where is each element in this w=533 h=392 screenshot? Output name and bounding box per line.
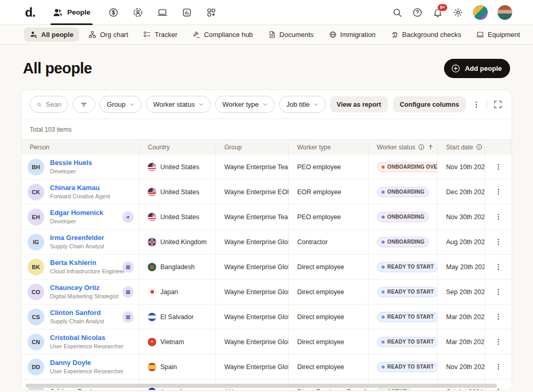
kebab-icon	[472, 100, 480, 109]
org-avatar[interactable]	[473, 5, 488, 20]
person-name-link[interactable]: Adriana Costa	[50, 388, 96, 390]
person-name-link[interactable]: Danny Doyle	[50, 359, 123, 367]
settings-gear-icon[interactable]	[453, 7, 463, 18]
subnav-item-coworking[interactable]: Cowo	[529, 28, 533, 42]
row-kebab-menu-button[interactable]	[492, 311, 504, 323]
table-row[interactable]: CK Chinara Kamau Forward Creative Agent …	[21, 180, 512, 205]
column-header-worker-type[interactable]: Worker type	[288, 140, 368, 155]
group-name: Wayne Enterprise Global	[224, 338, 288, 346]
row-kebab-menu-button[interactable]	[492, 211, 504, 223]
row-kebab-menu-button[interactable]	[492, 186, 504, 198]
start-date: Mar 20th 2024	[446, 338, 485, 346]
worker-type-cell: PEO employee	[288, 155, 368, 179]
add-people-button[interactable]: Add people	[444, 59, 510, 78]
plus-circle-icon	[451, 64, 461, 73]
row-kebab-menu-button[interactable]	[492, 236, 504, 248]
worker-type: EOR employee	[297, 188, 341, 196]
person-name-link[interactable]: Bessie Huels	[50, 159, 92, 167]
person-info: Clinton Sanford Supply Chain Analyst	[50, 309, 104, 325]
column-header-label: Start date	[446, 144, 473, 151]
status-dot	[382, 315, 385, 319]
toolbar-right: View as report Configure columns	[330, 96, 503, 112]
worker-type: Direct Employee Payroll	[297, 388, 366, 391]
table-row[interactable]: CO Chauncey Ortiz Digital Marketing Stra…	[21, 280, 512, 305]
table-row[interactable]: IG Irma Greenfelder Supply Chain Analyst…	[21, 230, 512, 255]
search-icon[interactable]	[392, 7, 402, 18]
column-header-worker-status[interactable]: Worker status	[368, 140, 437, 155]
subnav-item-org-chart[interactable]: Org chart	[83, 28, 134, 42]
actions-cell	[485, 230, 512, 254]
device-laptop-icon[interactable]	[157, 7, 168, 18]
search-input[interactable]	[46, 100, 61, 108]
nav-module-people[interactable]: People	[50, 0, 92, 25]
country-name: United Kingdom	[160, 238, 207, 246]
help-icon[interactable]	[412, 7, 423, 18]
subnav-item-equipment[interactable]: Equipment	[471, 28, 526, 42]
worker-status-cell: ONBOARDING	[368, 230, 437, 254]
kebab-icon	[494, 238, 502, 246]
person-name-link[interactable]: Chauncey Ortiz	[50, 284, 117, 292]
analytics-icon[interactable]	[182, 7, 192, 18]
worker-status-filter-dropdown[interactable]: Worker status	[146, 96, 211, 113]
subnav-item-all-people[interactable]: All people	[24, 28, 79, 42]
status-label: ONBOARDING OVE...	[387, 164, 437, 170]
fullscreen-icon	[493, 100, 502, 109]
table-row[interactable]: EH Edgar Homenick Developer United State…	[21, 205, 512, 230]
row-kebab-menu-button[interactable]	[492, 261, 504, 273]
fullscreen-button[interactable]	[492, 99, 503, 110]
row-kebab-menu-button[interactable]	[492, 161, 504, 173]
person-info: Bessie Huels Developer	[50, 159, 92, 175]
start-date: Nov 30th 2024	[446, 213, 485, 221]
subnav-item-immigration[interactable]: Immigration	[323, 28, 382, 42]
table-row[interactable]: DD Danny Doyle User Experience Researche…	[21, 355, 512, 380]
subnav-item-background-checks[interactable]: Background checks	[385, 28, 467, 42]
start-date-cell: Mar 20th 2024	[437, 305, 485, 329]
person-name-link[interactable]: Irma Greenfelder	[50, 234, 104, 242]
column-header-person[interactable]: Person	[21, 140, 139, 155]
configure-columns-button[interactable]: Configure columns	[393, 96, 466, 112]
table-row[interactable]: BH Bessie Huels Developer United States …	[21, 155, 512, 180]
table-row[interactable]: CN Cristobal Nicolas User Experience Res…	[21, 330, 512, 355]
subnav-item-tracker[interactable]: Tracker	[137, 28, 183, 42]
subnav-item-compliance-hub[interactable]: Compliance hub	[187, 28, 259, 42]
person-role: User Experience Researcher	[50, 343, 123, 350]
job-title-filter-dropdown[interactable]: Job title	[279, 96, 326, 113]
flag-icon	[148, 213, 156, 221]
row-kebab-menu-button[interactable]	[492, 361, 504, 373]
person-name-link[interactable]: Cristobal Nicolas	[50, 334, 123, 342]
person-name-link[interactable]: Clinton Sanford	[50, 309, 104, 317]
filter-button[interactable]	[72, 96, 95, 113]
person-role: Forward Creative Agent	[50, 193, 110, 200]
subnav-item-documents[interactable]: Documents	[262, 28, 320, 42]
sort-ascending-arrow-icon	[427, 144, 434, 150]
person-name-link[interactable]: Berta Kshlerin	[50, 259, 117, 267]
column-header-start-date[interactable]: Start date	[437, 140, 485, 155]
table-row[interactable]: BK Berta Kshlerin Cloud Infrastructure E…	[21, 255, 512, 280]
user-avatar[interactable]	[498, 5, 512, 20]
notifications-bell-icon[interactable]: 9+	[433, 7, 443, 18]
apps-grid-icon[interactable]	[206, 7, 217, 18]
worker-status-cell: READY TO START	[368, 330, 437, 354]
column-header-group[interactable]: Group	[215, 140, 288, 155]
worker-type-filter-dropdown[interactable]: Worker type	[215, 96, 275, 113]
payments-dollar-icon[interactable]	[108, 7, 119, 18]
country-name: United States	[160, 163, 199, 171]
person-name-link[interactable]: Edgar Homenick	[50, 209, 104, 217]
row-kebab-menu-button[interactable]	[492, 286, 504, 298]
table-row[interactable]: CS Clinton Sanford Supply Chain Analyst …	[21, 305, 512, 330]
person-info: Danny Doyle User Experience Researcher	[50, 359, 123, 375]
search-field[interactable]	[30, 96, 68, 113]
toolbar-kebab-menu-button[interactable]	[471, 99, 481, 110]
person-cell: BK Berta Kshlerin Cloud Infrastructure E…	[21, 255, 139, 279]
hiring-scan-icon[interactable]	[133, 7, 143, 18]
person-name-link[interactable]: Chinara Kamau	[50, 184, 110, 192]
row-kebab-menu-button[interactable]	[492, 336, 504, 348]
column-header-country[interactable]: Country	[139, 140, 215, 155]
view-as-report-button[interactable]: View as report	[330, 96, 388, 112]
status-dot	[382, 290, 385, 294]
app-logo[interactable]: d.	[25, 5, 35, 20]
person-cell: DD Danny Doyle User Experience Researche…	[21, 355, 139, 379]
subnav-label: Immigration	[340, 31, 376, 39]
horizontal-scrollbar-thumb[interactable]	[26, 384, 497, 388]
group-filter-dropdown[interactable]: Group	[99, 96, 142, 113]
